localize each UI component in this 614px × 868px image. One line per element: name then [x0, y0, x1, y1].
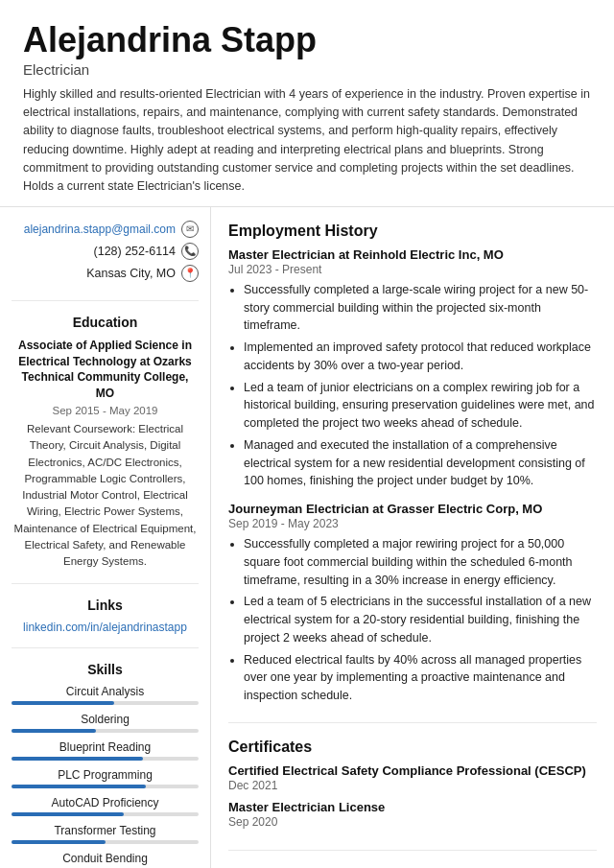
cert-block: Certified Electrical Safety Compliance P…: [228, 763, 597, 792]
skill-name: Conduit Bending: [12, 852, 199, 865]
summary-text: Highly skilled and results-oriented Elec…: [23, 85, 591, 197]
skill-name: Blueprint Reading: [12, 740, 199, 754]
skill-bar-fill: [12, 812, 124, 816]
skill-row: Blueprint Reading: [12, 740, 199, 761]
certs-container: Certified Electrical Safety Compliance P…: [228, 763, 597, 829]
phone-contact: (128) 252-6114 📞: [12, 243, 199, 260]
edu-degree: Associate of Applied Science in Electric…: [12, 338, 199, 402]
cert-name: Certified Electrical Safety Compliance P…: [228, 763, 597, 778]
job-bullet: Led a team of junior electricians on a c…: [244, 379, 597, 433]
job-title: Master Electrician at Reinhold Electric …: [228, 247, 597, 262]
job-bullet: Successfully completed a major rewiring …: [244, 535, 597, 589]
skill-bar-bg: [12, 757, 199, 761]
skill-name: Circuit Analysis: [12, 685, 199, 698]
job-block: Master Electrician at Reinhold Electric …: [228, 247, 597, 490]
skill-name: AutoCAD Proficiency: [12, 796, 199, 809]
job-bullet: Led a team of 5 electricians in the succ…: [244, 593, 597, 646]
location-contact: Kansas City, MO 📍: [12, 265, 199, 282]
cert-date: Sep 2020: [228, 815, 597, 829]
cert-block: Master Electrician License Sep 2020: [228, 800, 597, 829]
skill-name: Soldering: [12, 713, 199, 726]
left-column: alejandrina.stapp@gmail.com ✉ (128) 252-…: [0, 207, 211, 868]
email-icon: ✉: [181, 221, 199, 238]
skill-row: AutoCAD Proficiency: [12, 796, 199, 816]
skill-bar-bg: [12, 785, 199, 788]
skill-name: Transformer Testing: [12, 824, 199, 837]
job-bullet: Implemented an improved safety protocol …: [244, 339, 597, 375]
skill-row: Transformer Testing: [12, 824, 199, 844]
header-section: Alejandrina Stapp Electrician Highly ski…: [0, 0, 614, 207]
skill-name: PLC Programming: [12, 768, 199, 782]
edu-coursework: Relevant Coursework: Electrical Theory, …: [12, 421, 199, 570]
skill-bar-fill: [12, 729, 96, 733]
education-title: Education: [12, 315, 199, 330]
jobs-container: Master Electrician at Reinhold Electric …: [228, 247, 597, 705]
job-title: Journeyman Electrician at Grasser Electr…: [228, 502, 597, 516]
email-contact: alejandrina.stapp@gmail.com ✉: [12, 221, 199, 238]
certificates-section: Certificates Certified Electrical Safety…: [228, 739, 597, 851]
skill-bar-fill: [12, 840, 106, 844]
skill-bar-fill: [12, 701, 114, 705]
skill-row: Soldering: [12, 713, 199, 733]
cert-date: Dec 2021: [228, 779, 597, 792]
coursework-label: Relevant Coursework:: [27, 423, 135, 434]
job-date: Sep 2019 - May 2023: [228, 517, 597, 530]
skill-bar-bg: [12, 812, 199, 816]
skills-container: Circuit Analysis Soldering Blueprint Rea…: [12, 685, 199, 868]
certificates-title: Certificates: [228, 739, 597, 756]
contact-section: alejandrina.stapp@gmail.com ✉ (128) 252-…: [12, 221, 199, 301]
edu-date: Sep 2015 - May 2019: [12, 405, 199, 416]
links-title: Links: [12, 598, 199, 613]
phone-text: (128) 252-6114: [94, 245, 176, 258]
education-section: Education Associate of Applied Science i…: [12, 315, 199, 584]
skill-row: PLC Programming: [12, 768, 199, 788]
employment-section: Employment History Master Electrician at…: [228, 223, 597, 723]
links-section: Links linkedin.com/in/alejandrinastapp: [12, 598, 199, 648]
skill-bar-bg: [12, 729, 199, 733]
body-columns: alejandrina.stapp@gmail.com ✉ (128) 252-…: [0, 207, 614, 868]
candidate-name: Alejandrina Stapp: [23, 21, 591, 59]
coursework-text: Electrical Theory, Circuit Analysis, Dig…: [14, 423, 197, 567]
candidate-title: Electrician: [23, 61, 591, 78]
skill-bar-fill: [12, 785, 146, 788]
job-bullets-list: Successfully completed a large-scale wir…: [228, 281, 597, 490]
right-column: Employment History Master Electrician at…: [211, 207, 614, 868]
skills-title: Skills: [12, 662, 199, 677]
job-date: Jul 2023 - Present: [228, 263, 597, 276]
cert-name: Master Electrician License: [228, 800, 597, 814]
job-bullets-list: Successfully completed a major rewiring …: [228, 535, 597, 705]
skill-bar-bg: [12, 840, 199, 844]
email-link[interactable]: alejandrina.stapp@gmail.com: [24, 223, 176, 236]
job-bullet: Reduced electrical faults by 40% across …: [244, 651, 597, 705]
skill-row: Conduit Bending: [12, 852, 199, 868]
resume-wrapper: Alejandrina Stapp Electrician Highly ski…: [0, 0, 614, 868]
job-block: Journeyman Electrician at Grasser Electr…: [228, 502, 597, 705]
phone-icon: 📞: [181, 243, 199, 260]
location-text: Kansas City, MO: [86, 267, 176, 280]
skill-bar-bg: [12, 701, 199, 705]
skill-row: Circuit Analysis: [12, 685, 199, 705]
job-bullet: Successfully completed a large-scale wir…: [244, 281, 597, 335]
skills-section: Skills Circuit Analysis Soldering Bluepr…: [12, 662, 199, 868]
location-icon: 📍: [181, 265, 199, 282]
linkedin-link[interactable]: linkedin.com/in/alejandrinastapp: [12, 621, 199, 634]
employment-title: Employment History: [228, 223, 597, 240]
skill-bar-fill: [12, 757, 143, 761]
job-bullet: Managed and executed the installation of…: [244, 436, 597, 490]
